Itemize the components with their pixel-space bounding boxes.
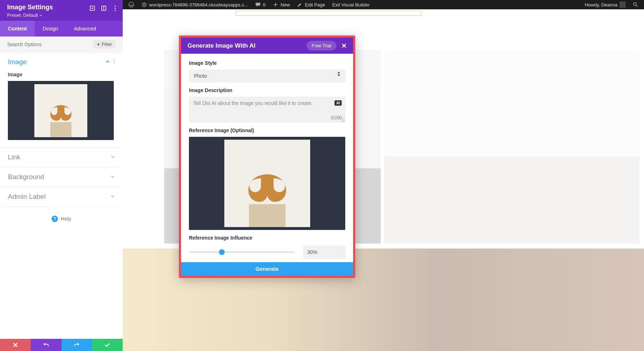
svg-point-9 bbox=[114, 10, 116, 11]
section-admin-label-header[interactable]: Admin Label bbox=[0, 187, 123, 206]
user-greeting[interactable]: Howdy, Deanna bbox=[581, 0, 629, 9]
search-icon[interactable] bbox=[629, 0, 642, 9]
section-background-title: Background bbox=[8, 173, 111, 181]
module-placeholder[interactable] bbox=[236, 11, 421, 16]
preset-label: Preset: Default bbox=[7, 13, 38, 18]
close-icon[interactable]: ✕ bbox=[341, 42, 347, 50]
reference-image-label: Reference Image (Optional) bbox=[189, 128, 345, 133]
ai-dialog-title: Generate Image With AI bbox=[187, 42, 255, 49]
svg-point-11 bbox=[114, 61, 115, 62]
free-trial-button[interactable]: Free Trial bbox=[307, 41, 336, 51]
help-link[interactable]: ? Help bbox=[52, 216, 71, 222]
svg-point-7 bbox=[114, 5, 116, 6]
image-style-select[interactable]: Photo bbox=[189, 69, 345, 82]
section-link-title: Link bbox=[8, 153, 111, 161]
section-background-header[interactable]: Background bbox=[0, 167, 123, 187]
undo-button[interactable] bbox=[31, 339, 62, 351]
influence-label: Reference Image Influence bbox=[189, 235, 345, 241]
wp-logo[interactable] bbox=[125, 0, 138, 9]
kebab-icon[interactable] bbox=[112, 5, 118, 11]
new-label: New bbox=[280, 2, 290, 8]
site-url-text: wordpress-784896-3766464.cloudwaysapps.c… bbox=[149, 2, 248, 8]
image-style-label: Image Style bbox=[189, 60, 345, 66]
expand-icon[interactable] bbox=[89, 5, 96, 11]
comments-link[interactable]: 0 bbox=[252, 0, 269, 9]
preset-dropdown[interactable]: Preset: Default bbox=[7, 13, 116, 18]
tab-design[interactable]: Design bbox=[35, 21, 66, 37]
image-preview[interactable] bbox=[8, 81, 114, 140]
comments-count: 0 bbox=[263, 2, 265, 8]
resize-handle[interactable] bbox=[341, 118, 345, 122]
edit-page-label: Edit Page bbox=[305, 2, 325, 8]
image-style-value: Photo bbox=[194, 73, 207, 79]
svg-point-4 bbox=[92, 8, 93, 9]
pretzel-icon bbox=[233, 158, 302, 227]
section-kebab-icon[interactable] bbox=[113, 59, 115, 65]
avatar bbox=[620, 2, 625, 8]
section-image-title: Image bbox=[8, 58, 106, 66]
chevron-down-icon bbox=[111, 193, 115, 200]
generate-button[interactable]: Generate bbox=[181, 262, 353, 276]
greeting-text: Howdy, Deanna bbox=[585, 2, 618, 8]
image-description-input[interactable]: Tell Divi AI about the image you would l… bbox=[189, 97, 345, 122]
svg-point-8 bbox=[114, 8, 116, 9]
cancel-button[interactable] bbox=[0, 339, 31, 351]
edit-page-link[interactable]: Edit Page bbox=[293, 0, 328, 9]
exit-builder-label: Exit Visual Builder bbox=[332, 2, 370, 8]
chevron-down-icon bbox=[111, 154, 115, 160]
new-menu[interactable]: New bbox=[269, 0, 293, 9]
slider-thumb[interactable] bbox=[219, 249, 225, 255]
search-input[interactable] bbox=[7, 42, 93, 47]
layout-icon[interactable] bbox=[101, 5, 107, 11]
ai-image-dialog: Generate Image With AI Free Trial ✕ Imag… bbox=[179, 35, 355, 278]
filter-label: Filter bbox=[102, 42, 112, 47]
svg-point-10 bbox=[114, 59, 115, 60]
site-name[interactable]: wordpress-784896-3766464.cloudwaysapps.c… bbox=[138, 0, 252, 9]
redo-button[interactable] bbox=[62, 339, 92, 351]
tab-content[interactable]: Content bbox=[0, 21, 35, 37]
influence-value[interactable]: 30% bbox=[303, 246, 345, 259]
help-icon: ? bbox=[52, 216, 58, 222]
background-image-right bbox=[384, 50, 639, 244]
section-admin-label-title: Admin Label bbox=[8, 193, 111, 201]
image-description-placeholder: Tell Divi AI about the image you would l… bbox=[193, 100, 313, 106]
ai-badge-button[interactable]: AI bbox=[335, 100, 342, 106]
image-description-label: Image Description bbox=[189, 87, 345, 93]
svg-point-12 bbox=[114, 63, 115, 64]
svg-point-2 bbox=[633, 3, 636, 5]
image-field-label: Image bbox=[8, 72, 115, 77]
influence-slider[interactable] bbox=[189, 251, 294, 253]
section-image-header[interactable]: Image bbox=[0, 52, 123, 72]
pretzel-icon bbox=[40, 95, 82, 137]
filter-button[interactable]: Filter bbox=[93, 40, 116, 48]
char-count: 0/200 bbox=[331, 115, 342, 120]
help-label: Help bbox=[61, 216, 71, 222]
tab-advanced[interactable]: Advanced bbox=[66, 21, 104, 37]
save-button[interactable] bbox=[92, 339, 123, 351]
chevron-up-icon bbox=[106, 59, 110, 65]
section-link-header[interactable]: Link bbox=[0, 148, 123, 167]
chevron-down-icon bbox=[111, 174, 115, 180]
exit-visual-builder[interactable]: Exit Visual Builder bbox=[329, 0, 374, 9]
reference-image-preview[interactable] bbox=[189, 137, 345, 230]
